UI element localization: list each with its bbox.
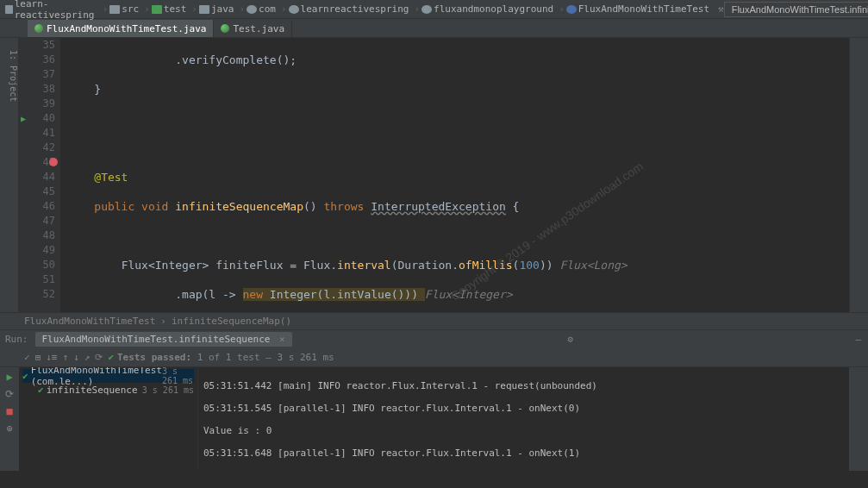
- tab-fluxtest[interactable]: FluxAndMonoWithTimeTest.java: [28, 20, 214, 37]
- sort-icon[interactable]: ↓≡: [46, 352, 57, 363]
- tab-label: FluxAndMonoWithTimeTest.java: [47, 23, 206, 34]
- editor-tabs: FluxAndMonoWithTimeTest.java Test.java: [0, 19, 868, 38]
- test-toolbar: ✓ ⊞ ↓≡ ↑ ↓ ↗ ⟳ ✔ Tests passed: 1 of 1 te…: [0, 348, 868, 367]
- close-icon[interactable]: ×: [273, 334, 284, 345]
- class-icon: [566, 5, 577, 14]
- folder-icon: [199, 5, 209, 14]
- editor-area: 1: Project 35 36 37 38 39 ▶40 41 42 43 4…: [0, 38, 868, 312]
- tab-label: Test.java: [233, 23, 284, 34]
- package-icon: [422, 5, 432, 14]
- filter-icon[interactable]: ✓: [24, 352, 30, 363]
- test-icon: [221, 24, 229, 33]
- tab-test[interactable]: Test.java: [214, 20, 292, 37]
- test-folder-icon: [152, 5, 162, 14]
- check-icon: ✔: [38, 385, 44, 396]
- export-icon[interactable]: ↗: [84, 352, 91, 363]
- rerun-button[interactable]: ▶: [6, 371, 12, 383]
- run-config-select[interactable]: FluxAndMonoWithTimeTest.infiniteSequence: [724, 2, 868, 17]
- check-icon: ✔: [22, 371, 28, 382]
- build-icon[interactable]: ⚒: [718, 3, 724, 15]
- pin-icon[interactable]: ⊕: [6, 422, 12, 435]
- hide-icon[interactable]: —: [855, 334, 861, 345]
- console-right-strip: [849, 367, 868, 471]
- prev-icon[interactable]: ↑: [63, 352, 69, 363]
- check-icon: ✔: [108, 352, 114, 363]
- line-gutter[interactable]: 35 36 37 38 39 ▶40 41 42 43 44 45 46 47 …: [19, 38, 60, 312]
- toggle-button[interactable]: ⟳: [5, 388, 14, 400]
- test-tree[interactable]: ✔FluxAndMonoWithTimeTest (com.le...)3 s …: [19, 367, 198, 471]
- right-tool-strip: [849, 38, 868, 312]
- bc-test[interactable]: test: [164, 3, 187, 15]
- bc-src[interactable]: src: [122, 3, 139, 15]
- package-icon: [247, 5, 257, 14]
- bc-com[interactable]: com: [259, 3, 276, 15]
- structure-breadcrumb[interactable]: FluxAndMonoWithTimeTest›infiniteSequence…: [0, 312, 868, 329]
- run-tab[interactable]: FluxAndMonoWithTimeTest.infiniteSequence…: [35, 332, 292, 347]
- bc-root[interactable]: learn-reactivespring: [15, 0, 97, 21]
- bc-pkg2[interactable]: fluxandmonoplayground: [434, 3, 553, 15]
- console-output[interactable]: 05:31:51.442 [main] INFO reactor.Flux.In…: [198, 367, 849, 471]
- bc-class[interactable]: FluxAndMonoWithTimeTest: [578, 3, 709, 15]
- package-icon: [289, 5, 299, 14]
- next-icon[interactable]: ↓: [73, 352, 79, 363]
- history-icon[interactable]: ⟳: [95, 352, 103, 363]
- stop-button[interactable]: ■: [6, 405, 12, 417]
- test-status-detail: 1 of 1 test – 3 s 261 ms: [197, 352, 334, 363]
- project-tool-tab[interactable]: 1: Project: [0, 38, 19, 312]
- test-root[interactable]: ✔FluxAndMonoWithTimeTest (com.le...)3 s …: [22, 369, 194, 383]
- run-label: Run:: [5, 334, 28, 345]
- folder-icon: [109, 5, 120, 14]
- run-gutter-icon[interactable]: ▶: [21, 111, 26, 126]
- breadcrumb-bar: learn-reactivespring› src› test› java› c…: [0, 0, 868, 19]
- collapse-icon[interactable]: ⊞: [35, 352, 41, 363]
- breakpoint-icon[interactable]: [49, 158, 58, 166]
- test-status: Tests passed:: [117, 352, 191, 363]
- run-side-toolbar: ▶ ⟳ ■ ⊕: [0, 367, 19, 471]
- folder-icon: [5, 5, 13, 14]
- bc-java[interactable]: java: [211, 3, 234, 15]
- console-body: ▶ ⟳ ■ ⊕ ✔FluxAndMonoWithTimeTest (com.le…: [0, 367, 868, 471]
- test-child[interactable]: ✔infiniteSequence3 s 261 ms: [22, 383, 194, 397]
- test-icon: [34, 24, 43, 33]
- code-editor[interactable]: .verifyComplete(); } @Test public void i…: [60, 38, 849, 312]
- run-panel-header: Run: FluxAndMonoWithTimeTest.infiniteSeq…: [0, 329, 868, 348]
- bc-pkg1[interactable]: learnreactivespring: [301, 3, 409, 15]
- gear-icon[interactable]: ⚙: [567, 334, 573, 345]
